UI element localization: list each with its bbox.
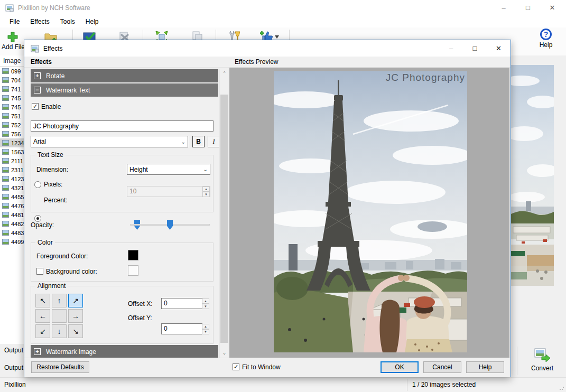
section-watermark-image[interactable]: + Watermark Image [31,345,218,358]
fit-to-window-label: Fit to Window [242,363,281,371]
dialog-help-button[interactable]: Help [466,361,504,373]
font-select[interactable]: Arial⌄ [31,136,188,147]
section-watermark-image-label: Watermark Image [46,348,96,356]
offset-y-spinner[interactable]: ▲▼ [202,324,209,334]
list-item-label: 4483 [11,230,24,236]
opacity-label: Opacity: [31,221,54,229]
dialog-close-button[interactable]: ✕ [487,40,511,57]
app-icon [5,4,14,12]
add-file-button[interactable] [4,30,21,44]
image-thumb-icon [2,95,9,101]
window-title: Pixillion by NCH Software [18,4,90,12]
spin-up-icon[interactable]: ▲ [202,186,210,192]
list-item-label: 704 [11,77,21,83]
opacity-slider[interactable] [130,219,209,230]
resize-grip[interactable] [559,385,564,390]
expand-icon[interactable]: + [34,72,41,79]
align-bottom-left-button[interactable]: ↙ [35,324,50,338]
align-bottom-right-button[interactable]: ↘ [68,324,83,338]
color-legend: Color [35,239,55,246]
scroll-up-icon[interactable]: ⌃ [220,69,229,78]
fit-to-window-checkbox[interactable] [233,363,239,370]
offset-x-spinner[interactable]: ▲▼ [202,298,209,309]
offset-y-label: Offset Y: [128,314,152,322]
align-center-button[interactable] [52,309,67,323]
offset-x-label: Offset X: [128,300,152,307]
align-top-button[interactable]: ↑ [52,294,67,307]
list-item-label: 4455 [11,194,24,200]
spin-up-icon[interactable]: ▲ [202,324,209,329]
effects-dialog: Effects – □ ✕ Effects Effects Preview + … [24,40,511,377]
close-button[interactable]: ✕ [540,0,564,16]
output-format-label: Output F [4,347,24,354]
pixels-label: Pixels: [44,181,62,188]
list-item-label: 4321 [11,185,24,191]
cancel-button[interactable]: Cancel [423,361,461,373]
list-item-label: 751 [11,113,21,119]
convert-icon [534,348,550,362]
list-item-label: 745 [11,104,21,110]
dialog-titlebar[interactable]: Effects – □ ✕ [24,40,511,57]
chevron-down-icon: ⌄ [181,139,185,145]
menu-item-file[interactable]: File [4,16,25,27]
align-bottom-button[interactable]: ↓ [52,324,67,338]
image-thumb-icon [2,230,9,236]
image-thumb-icon [2,140,9,146]
offset-x-input[interactable]: 0 ▲▼ [161,298,202,309]
image-thumb-icon [2,203,9,209]
preview-pane-header: Effects Preview [229,57,511,68]
image-thumb-icon [2,113,9,119]
convert-label: Convert [522,365,562,372]
dialog-minimize-button[interactable]: – [439,40,463,57]
spin-down-icon[interactable]: ▼ [202,192,210,197]
scrollbar-thumb[interactable] [220,95,228,343]
align-right-button[interactable]: → [68,309,83,323]
section-watermark-text[interactable]: − Watermark Text [31,83,218,97]
help-toolbar-button[interactable]: ? Help [533,29,559,49]
effects-preview-pane: JC Photography [229,68,509,358]
align-top-left-button[interactable]: ↖ [35,294,50,307]
spin-up-icon[interactable]: ▲ [202,298,209,304]
spin-down-icon[interactable]: ▼ [202,304,209,309]
effects-scrollbar[interactable]: ⌃ ⌄ [219,69,228,358]
bold-button[interactable]: B [192,136,205,147]
scroll-down-icon[interactable]: ⌄ [220,349,229,358]
help-label: Help [533,41,559,49]
list-item-label: 4481 [11,212,24,218]
statusbar: Pixillion 1 / 20 images selected [0,377,566,392]
opacity-slider-thumb[interactable] [167,220,173,230]
statusbar-divider [407,379,407,391]
section-rotate[interactable]: + Rotate [31,69,218,82]
dimension-select[interactable]: Height⌄ [127,164,210,175]
dialog-maximize-button[interactable]: □ [463,40,487,57]
watermark-text-input[interactable]: JC Photography [31,120,214,132]
collapse-icon[interactable]: − [34,87,41,94]
restore-defaults-button[interactable]: Restore Defaults [31,361,89,373]
menu-item-effects[interactable]: Effects [25,16,54,27]
minimize-button[interactable]: – [491,0,516,16]
background-color-checkbox[interactable] [36,268,43,275]
spin-down-icon[interactable]: ▼ [202,329,209,334]
pixels-spinner[interactable]: ▲▼ [202,186,210,197]
pixels-input[interactable]: 10 ▲▼ [127,186,210,197]
chevron-down-icon [275,35,279,39]
enable-checkbox[interactable] [32,103,39,110]
foreground-color-swatch[interactable] [128,250,138,260]
list-item-label: 756 [11,131,21,137]
expand-icon[interactable]: + [34,348,41,355]
image-thumb-icon [2,149,9,155]
align-top-right-button[interactable]: ↗ [68,294,83,307]
convert-button[interactable]: Convert [522,346,562,376]
ok-button[interactable]: OK [381,361,419,373]
offset-y-input[interactable]: 0 ▲▼ [161,323,202,334]
maximize-button[interactable]: □ [516,0,540,16]
image-thumb-icon [2,167,9,173]
background-color-swatch[interactable] [128,265,138,276]
italic-button[interactable]: I [208,136,220,147]
menu-item-tools[interactable]: Tools [55,16,80,27]
menu-item-help[interactable]: Help [80,16,104,27]
color-group: Color Foreground Color: Background color… [31,242,214,282]
pixels-radio[interactable] [34,181,41,188]
align-left-button[interactable]: ← [35,309,50,323]
list-item-label: 4499 [11,239,24,245]
